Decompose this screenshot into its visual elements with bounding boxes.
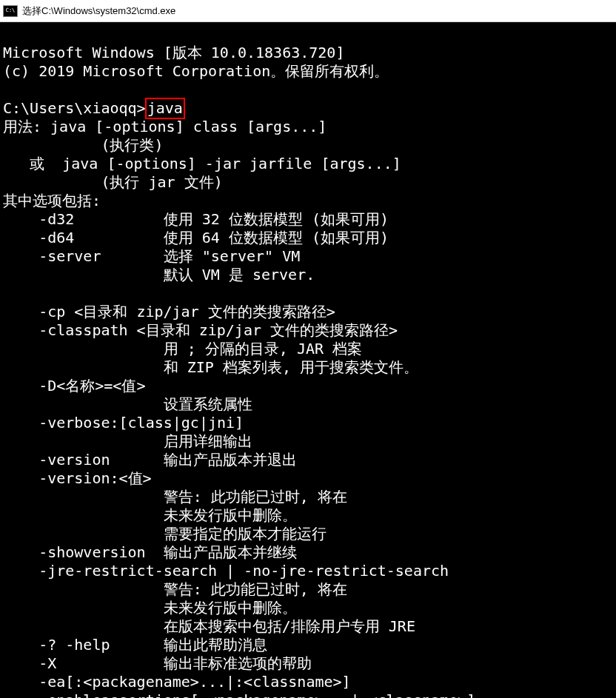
terminal-line: -jre-restrict-search | -no-jre-restrict-… [3,562,613,580]
terminal-line: 默认 VM 是 server. [3,266,613,284]
terminal-line: 其中选项包括: [3,192,613,210]
terminal-line: -classpath <目录和 zip/jar 文件的类搜索路径> [3,321,613,340]
terminal-line: 或 java [-options] -jar jarfile [args...] [3,155,613,173]
window-titlebar[interactable]: 选择C:\Windows\system32\cmd.exe [0,0,616,22]
terminal-line: 用法: java [-options] class [args...] [3,118,613,136]
terminal-line: -cp <目录和 zip/jar 文件的类搜索路径> [3,303,613,321]
terminal-line: 和 ZIP 档案列表, 用于搜索类文件。 [3,358,613,377]
terminal-line: 警告: 此功能已过时, 将在 [3,580,613,599]
terminal-line [3,284,613,303]
terminal-line: -X 输出非标准选项的帮助 [3,654,613,673]
terminal-line: 未来发行版中删除。 [3,506,613,525]
terminal-line: (执行类) [3,136,613,155]
terminal-line [3,81,613,99]
terminal-line: -version:<值> [3,469,613,488]
terminal-line: 在版本搜索中包括/排除用户专用 JRE [3,617,613,636]
terminal-line: -server 选择 "server" VM [3,247,613,266]
terminal-line: -d32 使用 32 位数据模型 (如果可用) [3,210,613,229]
terminal-line: -D<名称>=<值> [3,377,613,395]
terminal-line: -d64 使用 64 位数据模型 (如果可用) [3,229,613,247]
terminal-line: 警告: 此功能已过时, 将在 [3,488,613,506]
terminal-line: 未来发行版中删除。 [3,599,613,617]
terminal-line: -verbose:[class|gc|jni] [3,414,613,432]
terminal-line: 需要指定的版本才能运行 [3,525,613,543]
cmd-icon [3,5,18,17]
prompt-text: C:\Users\xiaoqq> [3,99,146,117]
terminal-line [3,25,613,44]
terminal-output[interactable]: Microsoft Windows [版本 10.0.18363.720](c)… [0,22,616,698]
terminal-line: Microsoft Windows [版本 10.0.18363.720] [3,44,613,62]
terminal-line: -? -help 输出此帮助消息 [3,636,613,654]
terminal-line: 设置系统属性 [3,395,613,414]
terminal-line: 启用详细输出 [3,432,613,451]
highlighted-command: java [145,98,185,119]
terminal-line: (执行 jar 文件) [3,173,613,192]
terminal-line: (c) 2019 Microsoft Corporation。保留所有权利。 [3,62,613,81]
window-title: 选择C:\Windows\system32\cmd.exe [22,4,175,18]
terminal-line: C:\Users\xiaoqq>java [3,99,613,118]
terminal-line: -version 输出产品版本并退出 [3,451,613,469]
terminal-line: -ea[:<packagename>...|:<classname>] [3,673,613,691]
terminal-line: 用 ; 分隔的目录, JAR 档案 [3,340,613,358]
terminal-line: -enableassertions[:<packagename>...|:<cl… [3,691,613,698]
terminal-line: -showversion 输出产品版本并继续 [3,543,613,562]
